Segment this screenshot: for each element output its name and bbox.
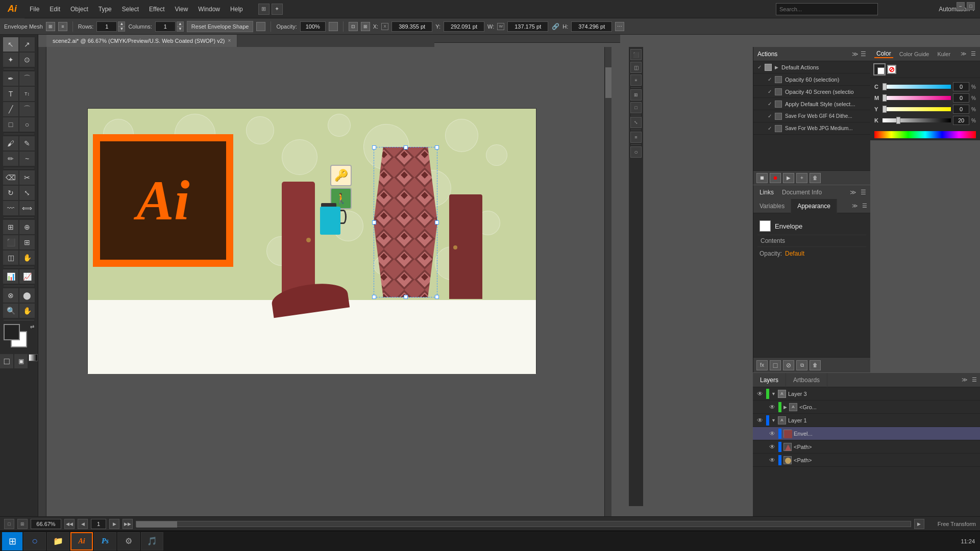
envelope-vis-icon[interactable]: 👁 (768, 430, 776, 438)
y-input[interactable] (444, 21, 484, 32)
type-tool[interactable]: T (3, 87, 18, 101)
reset-envelope-button[interactable]: Reset Envelope Shape (187, 21, 254, 32)
doc-info-tab[interactable]: Document Info (780, 189, 824, 196)
panel-expand-icon[interactable]: ≫ (961, 51, 967, 57)
magic-wand-tool[interactable]: ✦ (3, 53, 18, 67)
pen-tool[interactable]: ✒ (3, 71, 18, 86)
color-spectrum-bar[interactable] (874, 131, 976, 138)
layer-1-child-path1[interactable]: 👁 <Path> (753, 440, 980, 454)
action-opacity-40[interactable]: ✓ Opacity 40 Screen (selectio (753, 86, 870, 98)
prev-page-btn[interactable]: ◀◀ (64, 519, 75, 529)
record-action-btn[interactable]: ⏺ (770, 173, 781, 183)
color-tab[interactable]: Color (874, 50, 893, 58)
next-btn[interactable]: ▶ (109, 519, 119, 529)
stop-action-btn[interactable]: ⏹ (756, 173, 768, 183)
page-input[interactable]: 1 (91, 519, 106, 529)
k-value-input[interactable]: 20 (953, 116, 969, 125)
add-stroke-btn[interactable]: ⊘ (783, 360, 794, 370)
blob-brush-tool[interactable]: ✎ (19, 136, 35, 151)
taskbar-app-5[interactable]: ⚙ (117, 532, 140, 550)
blend-tool[interactable]: ⊗ (3, 288, 18, 303)
layer-1-vis-icon[interactable]: 👁 (756, 416, 764, 424)
panel-menu-icon[interactable]: ☰ (971, 51, 976, 57)
scroll-right-btn[interactable]: ▶ (914, 519, 924, 529)
path1-vis-icon[interactable]: 👁 (768, 443, 776, 451)
status-scrollbar-thumb[interactable] (136, 521, 177, 528)
perspective-grid-tool[interactable]: ⬛ (3, 235, 18, 249)
taskbar-app-6[interactable]: 🎵 (141, 532, 163, 550)
circle-icon-strip[interactable]: ○ (630, 146, 642, 158)
h-input[interactable] (571, 21, 612, 32)
m-value-input[interactable]: 0 (953, 93, 969, 103)
opacity-input[interactable] (300, 21, 326, 32)
none-swatch-icon[interactable]: ⊘ (887, 65, 896, 74)
pattern-icon-strip-btn[interactable]: ≡ (630, 74, 642, 86)
layer-3-child-group[interactable]: 👁 ▶ A <Gro... (753, 400, 980, 414)
zoom-tool[interactable]: 🔍 (3, 304, 18, 318)
lasso-tool[interactable]: ⊙ (19, 53, 35, 67)
artboards-tab-btn[interactable]: Artboards (786, 373, 827, 387)
artboards-icon[interactable]: □ (630, 102, 642, 113)
smooth-tool[interactable]: ~ (19, 152, 35, 166)
menu-object[interactable]: Object (65, 0, 93, 18)
maximize-button[interactable]: □ (967, 2, 975, 10)
curvature-tool[interactable]: ⌒ (19, 71, 35, 86)
width-tool[interactable]: ⟺ (19, 201, 35, 215)
free-transform-tool[interactable]: ⊞ (3, 220, 18, 234)
add-fx-btn[interactable]: fx (756, 360, 768, 370)
link-proportions-icon[interactable]: 🔗 (551, 22, 559, 31)
transform-icon[interactable]: ⤡ (630, 117, 642, 128)
columns-input[interactable] (155, 21, 176, 32)
variables-tab[interactable]: Variables (753, 199, 791, 213)
appearance-tab-btn[interactable]: Appearance (791, 199, 837, 213)
arc-tool[interactable]: ⌒ (19, 102, 35, 116)
windows-start-btn[interactable]: ⊞ (2, 532, 22, 550)
rows-down-btn[interactable]: ▼ (118, 27, 125, 32)
live-paint-tool[interactable]: ⬤ (19, 288, 35, 303)
k-slider-track[interactable] (883, 118, 951, 122)
layer-3-child-vis[interactable]: 👁 (768, 403, 776, 411)
action-apply-style[interactable]: ✓ Apply Default Style (select... (753, 98, 870, 110)
pencil-tool[interactable]: ✏ (3, 152, 18, 166)
layer-3-vis-icon[interactable]: 👁 (756, 390, 764, 398)
m-slider-thumb[interactable] (883, 94, 887, 102)
eraser-tool[interactable]: ⌫ (3, 170, 18, 185)
next-page-btn[interactable]: ▶▶ (122, 519, 133, 529)
action-default-actions[interactable]: ✓ ▶ Default Actions (753, 61, 870, 73)
cols-up-btn[interactable]: ▲ (177, 21, 184, 27)
canvas-area[interactable]: Ai 🔑 🚶 (46, 47, 611, 535)
color-guide-tab[interactable]: Color Guide (897, 51, 932, 57)
cols-down-btn[interactable]: ▼ (177, 27, 184, 32)
gradient-tool[interactable]: ◫ (3, 251, 18, 265)
more-options-icon[interactable]: ⋯ (615, 22, 624, 31)
new-action-btn[interactable]: + (796, 173, 807, 183)
rotate-tool[interactable]: ↻ (3, 186, 18, 200)
column-graph-tool[interactable]: 📈 (19, 269, 35, 284)
menu-select[interactable]: Select (117, 0, 144, 18)
c-slider-track[interactable] (883, 85, 951, 89)
menu-file[interactable]: File (24, 0, 44, 18)
scene-tab[interactable]: scene2.ai* @ 66.67% (CMYK/Preview/U.S. W… (46, 35, 237, 47)
fill-none-button[interactable]: □ (0, 354, 13, 368)
layer-3-row[interactable]: 👁 ▼ A Layer 3 (753, 387, 980, 400)
selection-tool[interactable]: ↖ (3, 37, 18, 52)
taskbar-explorer[interactable]: 📁 (47, 532, 69, 550)
layers-icon[interactable]: ⊞ (630, 89, 642, 101)
c-slider-thumb[interactable] (883, 83, 887, 90)
rows-up-btn[interactable]: ▲ (118, 21, 125, 27)
tab-close-button[interactable]: × (228, 35, 231, 47)
hand-tool[interactable]: ✋ (19, 304, 35, 318)
taskbar-photoshop[interactable]: Ps (94, 532, 116, 550)
scale-tool[interactable]: ⤡ (19, 186, 35, 200)
play-action-btn[interactable]: ▶ (783, 173, 794, 183)
warp-tool[interactable]: 〰 (3, 201, 18, 215)
foreground-color-swatch[interactable] (4, 324, 20, 340)
fg-swatch-icon[interactable] (873, 63, 886, 76)
links-menu[interactable]: ☰ (861, 189, 866, 196)
appearance-menu[interactable]: ☰ (862, 203, 870, 209)
delete-app-btn[interactable]: 🗑 (810, 360, 821, 370)
path2-vis-icon[interactable]: 👁 (768, 456, 776, 464)
y-slider-track[interactable] (883, 107, 951, 111)
layer-3-expand-icon[interactable]: ▼ (771, 391, 776, 396)
y-value-input[interactable]: 0 (953, 105, 969, 114)
